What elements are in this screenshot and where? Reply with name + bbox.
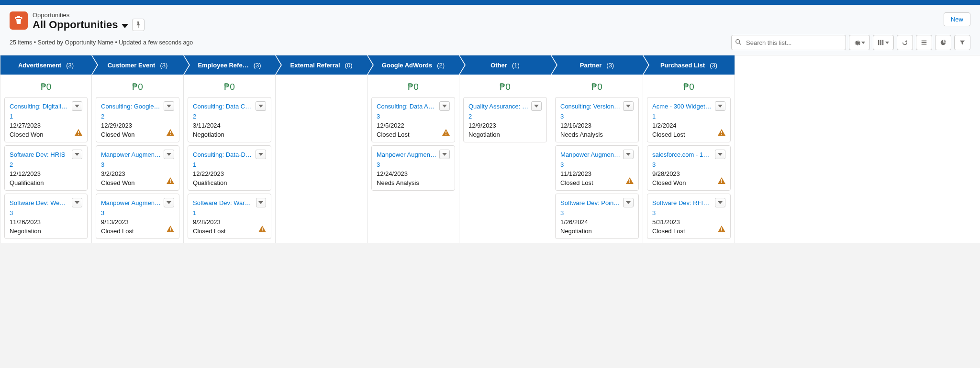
card-title-link[interactable]: Consulting: Google … <box>101 103 161 110</box>
stage-header[interactable]: Employee Refe…(3) <box>184 55 275 75</box>
card-account-link[interactable]: 3 <box>652 209 656 216</box>
card-menu-button[interactable] <box>164 150 174 159</box>
card-account-link[interactable]: 3 <box>101 161 104 168</box>
card-account-link[interactable]: 2 <box>468 113 472 120</box>
refresh-button[interactable] <box>897 35 913 50</box>
opportunity-card[interactable]: Software Dev: RFID…35/31/2023Closed Lost <box>647 194 731 239</box>
card-account-link[interactable]: 1 <box>193 209 196 216</box>
opportunity-card[interactable]: Manpower Augmen…312/24/2023Needs Analysi… <box>371 145 455 191</box>
card-title-link[interactable]: Software Dev: Web… <box>10 199 69 206</box>
card-title-link[interactable]: Consulting: Data A… <box>377 103 434 110</box>
card-account-link[interactable]: 3 <box>101 209 104 216</box>
card-menu-button[interactable] <box>715 101 725 111</box>
opportunity-card[interactable]: Consulting: Version…312/16/2023Needs Ana… <box>555 97 639 142</box>
card-title-link[interactable]: Acme - 300 Widget… <box>652 103 712 110</box>
card-menu-button[interactable] <box>72 101 82 111</box>
card-title-link[interactable]: Manpower Augmen… <box>377 151 436 158</box>
opportunity-card[interactable]: Manpower Augmen…311/12/2023Closed Lost <box>555 145 639 191</box>
card-menu-button[interactable] <box>256 101 266 111</box>
search-input[interactable] <box>731 35 846 50</box>
card-menu-button[interactable] <box>715 150 725 159</box>
card-title-link[interactable]: Consulting: Data C… <box>193 103 251 110</box>
stage-header[interactable]: Partner(3) <box>551 55 643 75</box>
card-title-link[interactable]: Consulting: Data-D… <box>193 151 252 158</box>
card-account-link[interactable]: 3 <box>560 161 564 168</box>
card-title-link[interactable]: Consulting: Digitali… <box>10 103 67 110</box>
stage-header[interactable]: Advertisement(3) <box>0 55 91 75</box>
opportunity-card[interactable]: Consulting: Digitali…112/27/2023Closed W… <box>4 97 88 142</box>
opportunity-card[interactable]: Acme - 300 Widget…11/2/2024Closed Lost <box>647 97 731 142</box>
chevron-down-icon <box>258 105 263 108</box>
warning-icon <box>167 226 174 234</box>
card-menu-button[interactable] <box>623 150 634 159</box>
card-title-link[interactable]: Software Dev: HRIS <box>10 151 65 158</box>
opportunity-card[interactable]: Software Dev: Ware…19/28/2023Closed Lost <box>188 194 271 239</box>
filter-button[interactable] <box>954 35 970 50</box>
card-menu-button[interactable] <box>164 101 174 111</box>
list-view-controls-button[interactable] <box>849 35 870 50</box>
stage-header[interactable]: Customer Event(3) <box>92 55 183 75</box>
card-menu-button[interactable] <box>439 101 450 111</box>
card-account-link[interactable]: 3 <box>377 113 380 120</box>
kanban-column: Advertisement(3)₱0Consulting: Digitali…1… <box>0 55 92 243</box>
card-title-link[interactable]: Software Dev: RFID… <box>652 199 712 206</box>
opportunity-card[interactable]: Consulting: Data-D…112/22/2023Qualificat… <box>188 145 271 191</box>
stage-header[interactable]: Google AdWords(2) <box>368 55 459 75</box>
opportunity-card[interactable]: Consulting: Google …212/29/2023Closed Wo… <box>96 97 179 142</box>
svg-rect-25 <box>721 182 722 183</box>
display-as-button[interactable] <box>873 35 894 50</box>
list-view-switcher-icon[interactable] <box>122 24 128 28</box>
opportunity-card[interactable]: Software Dev: HRIS212/12/2023Qualificati… <box>4 145 88 191</box>
card-menu-button[interactable] <box>72 150 82 159</box>
card-title-link[interactable]: Quality Assurance: … <box>468 103 528 110</box>
inline-edit-button[interactable] <box>916 35 932 50</box>
card-menu-button[interactable] <box>439 150 450 159</box>
card-account-link[interactable]: 3 <box>10 209 13 216</box>
pin-list-button[interactable] <box>132 19 145 31</box>
opportunity-card[interactable]: salesforce.com - 11…39/28/2023Closed Won <box>647 145 731 191</box>
stage-label: Purchased List <box>660 62 705 69</box>
opportunity-card[interactable]: Manpower Augmen…33/2/2023Closed Won <box>96 145 179 191</box>
card-menu-button[interactable] <box>164 198 174 207</box>
card-menu-button[interactable] <box>623 198 634 207</box>
card-account-link[interactable]: 2 <box>101 113 104 120</box>
opportunity-card[interactable]: Consulting: Data A…312/5/2022Closed Lost <box>371 97 455 142</box>
card-date: 5/31/2023 <box>652 218 725 226</box>
opportunity-card[interactable]: Software Dev: Web…311/26/2023Negotiation <box>4 194 88 239</box>
card-title-link[interactable]: Consulting: Version… <box>560 103 620 110</box>
card-account-link[interactable]: 2 <box>193 113 196 120</box>
card-account-link[interactable]: 3 <box>560 209 564 216</box>
stage-header[interactable]: Purchased List(3) <box>643 55 735 75</box>
chevron-down-icon <box>718 153 723 156</box>
opportunity-card[interactable]: Quality Assurance: …212/9/2023Negotiatio… <box>463 97 547 142</box>
card-account-link[interactable]: 3 <box>652 161 656 168</box>
new-button[interactable]: New <box>944 12 970 26</box>
card-title-link[interactable]: Manpower Augmen… <box>101 151 161 158</box>
card-menu-button[interactable] <box>715 198 725 207</box>
card-title-link[interactable]: Software Dev: Ware… <box>193 199 253 206</box>
list-view-title[interactable]: All Opportunities <box>33 19 118 31</box>
chart-button[interactable] <box>935 35 951 50</box>
stage-header[interactable]: External Referral(0) <box>276 55 367 75</box>
card-title-link[interactable]: salesforce.com - 11… <box>652 151 712 158</box>
opportunity-card[interactable]: Manpower Augmen…39/13/2023Closed Lost <box>96 194 179 239</box>
opportunity-card[interactable]: Consulting: Data C…23/11/2024Negotiation <box>188 97 271 142</box>
card-menu-button[interactable] <box>72 198 82 207</box>
svg-rect-12 <box>170 179 171 182</box>
card-title-link[interactable]: Manpower Augmen… <box>560 151 620 158</box>
card-menu-button[interactable] <box>256 198 266 207</box>
card-menu-button[interactable] <box>531 101 542 111</box>
card-title-link[interactable]: Software Dev: Point… <box>560 199 620 206</box>
card-account-link[interactable]: 1 <box>652 113 656 120</box>
card-account-link[interactable]: 2 <box>10 161 13 168</box>
card-account-link[interactable]: 3 <box>377 161 380 168</box>
card-account-link[interactable]: 3 <box>560 113 564 120</box>
card-account-link[interactable]: 1 <box>193 161 196 168</box>
card-account-link[interactable]: 1 <box>10 113 13 120</box>
card-menu-button[interactable] <box>623 101 634 111</box>
card-menu-button[interactable] <box>256 150 266 159</box>
opportunity-card[interactable]: Software Dev: Point…31/26/2024Negotiatio… <box>555 194 639 239</box>
stage-header[interactable]: Other(1) <box>459 55 551 75</box>
stage-amount: ₱0 <box>184 75 275 97</box>
card-title-link[interactable]: Manpower Augmen… <box>101 199 161 206</box>
